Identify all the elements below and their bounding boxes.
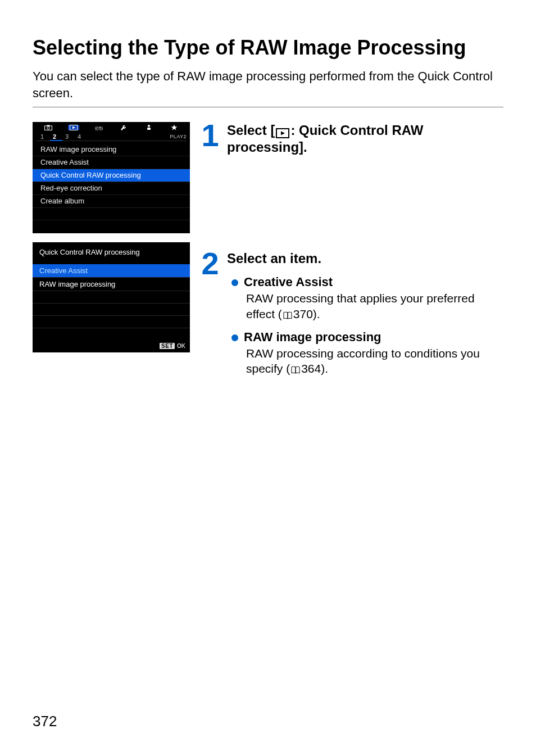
menu-icon-bar: ((ṛ)) (33, 122, 190, 132)
camera-menu-screenshot-2: Quick Control RAW processing Creative As… (33, 242, 190, 352)
bullet-creative-assist: Creative Assist RAW processing that appl… (231, 275, 503, 323)
bullet-desc-before: RAW processing according to conditions y… (246, 347, 480, 375)
ok-label: OK (177, 343, 185, 349)
bullet-raw-processing: RAW image processing RAW processing acco… (231, 330, 503, 378)
intro-text: You can select the type of RAW image pro… (33, 68, 503, 101)
set-ok-indicator: SET OK (160, 343, 185, 349)
step-1-prefix: Select [ (227, 123, 275, 138)
submenu-item-selected: Creative Assist (33, 264, 190, 278)
divider (33, 107, 503, 107)
step-1: 1 Select [: Quick Control RAW processing… (200, 122, 503, 234)
bullet-desc-before: RAW processing that applies your preferr… (246, 292, 475, 320)
menu-item: Create album (33, 195, 190, 208)
menu-item: Red-eye correction (33, 182, 190, 195)
submenu-item-blank (33, 304, 190, 316)
bullet-page-ref: 364 (301, 362, 321, 375)
bullet-desc: RAW processing that applies your preferr… (246, 291, 503, 323)
book-icon (283, 308, 293, 323)
wireless-icon: ((ṛ)) (86, 125, 111, 130)
bullet-dot-icon (231, 334, 238, 341)
svg-point-6 (148, 125, 150, 127)
wrench-icon (111, 124, 137, 131)
menu-item-blank (33, 220, 190, 233)
bullet-page-ref: 370 (293, 307, 313, 320)
custom-icon (137, 124, 162, 131)
set-label: SET (160, 343, 175, 349)
playback-inline-icon (276, 128, 289, 138)
step-1-heading: Select [: Quick Control RAW processing]. (227, 122, 503, 156)
step-2: 2 Select an item. Creative Assist RAW pr… (200, 250, 503, 384)
submenu-item-blank (33, 291, 190, 304)
submenu-item-blank (33, 316, 190, 328)
bullet-desc-after: ). (321, 362, 328, 375)
camera-menu-screenshot-1: ((ṛ)) 1 2 3 4 PL (33, 122, 190, 233)
tab-3: 3 (61, 133, 73, 140)
menu-item: RAW image processing (33, 143, 190, 156)
page-title: Selecting the Type of RAW Image Processi… (33, 35, 503, 60)
svg-marker-8 (171, 124, 177, 130)
menu-item: Creative Assist (33, 156, 190, 169)
tab-group-label: PLAY2 (170, 134, 187, 139)
star-icon (161, 124, 187, 131)
submenu-item: RAW image processing (33, 278, 190, 291)
menu-list: RAW image processing Creative Assist Qui… (33, 141, 190, 233)
tab-1: 1 (36, 133, 48, 140)
submenu-heading: Quick Control RAW processing (33, 242, 190, 264)
page-number: 372 (33, 713, 57, 730)
playback-icon (61, 125, 87, 130)
svg-rect-7 (147, 128, 151, 130)
menu-item-selected: Quick Control RAW processing (33, 169, 190, 182)
svg-text:((ṛ)): ((ṛ)) (95, 125, 103, 130)
svg-marker-4 (72, 126, 75, 129)
menu-tab-bar: 1 2 3 4 PLAY2 (33, 132, 190, 141)
bullet-title: RAW image processing (244, 330, 503, 345)
step-2-heading: Select an item. (227, 250, 503, 267)
tab-4: 4 (73, 133, 85, 140)
submenu-item-blank (33, 328, 190, 341)
tab-2: 2 (48, 133, 61, 140)
menu-item-blank (33, 208, 190, 220)
step-number-1: 1 (200, 123, 220, 148)
bullet-title: Creative Assist (244, 275, 503, 289)
step-number-2: 2 (200, 251, 220, 277)
book-icon (290, 363, 301, 378)
svg-point-2 (47, 126, 50, 129)
bullet-dot-icon (231, 279, 238, 286)
bullet-desc-after: ). (313, 307, 320, 320)
svg-rect-1 (47, 125, 50, 126)
camera-icon (36, 125, 61, 130)
svg-marker-9 (281, 132, 285, 135)
bullet-desc: RAW processing according to conditions y… (246, 346, 503, 378)
